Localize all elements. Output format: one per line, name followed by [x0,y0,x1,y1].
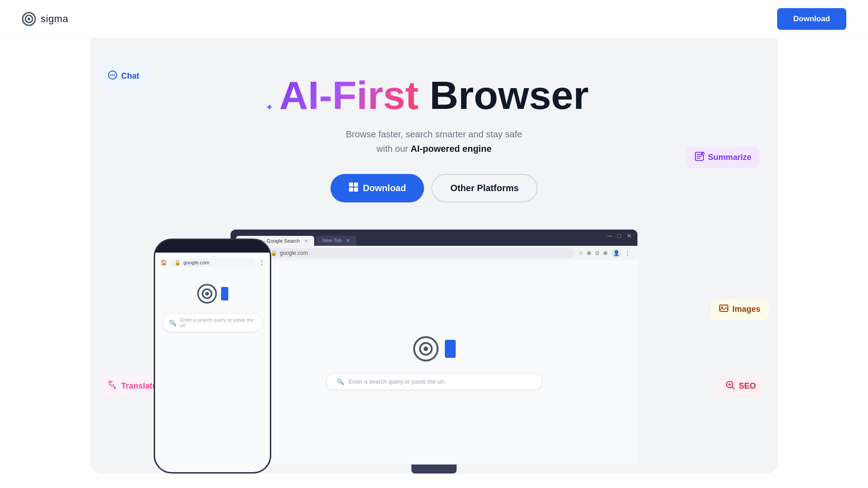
download-primary-button[interactable]: Download [330,174,425,202]
cta-buttons: Download Other Platforms [108,174,760,202]
hero-subtitle-bold: AI-powered engine [410,144,491,154]
phone-search-placeholder: Enter a search query or paste the url [180,317,256,328]
svg-point-2 [28,18,30,20]
phone-mockup: 🏠 🔒 google.com ⋮ 🔍 [154,239,271,474]
header: sigma Download [0,0,868,38]
windows-icon [349,182,359,194]
desktop-logo-blue-rect [445,340,456,358]
badge-summarize: ✦ Summarize [686,147,760,168]
hero-title-dark: Browser [429,73,589,117]
svg-point-14 [110,75,112,76]
phone-notch [190,240,235,253]
svg-point-25 [424,347,428,351]
phone-content: 🔍 Enter a search query or paste the url [155,272,270,472]
svg-text:✦: ✦ [702,153,704,155]
desktop-mockup: G google - Google Search ✕ New Tab ✕ ─ □… [231,230,637,465]
summarize-icon: ✦ [694,151,704,164]
svg-point-15 [112,75,113,76]
browser-tab-new[interactable]: New Tab ✕ [316,235,356,246]
hero-title: AI-First ✦ Browser ✦ [279,75,589,116]
desktop-browser-content: 🔍 Enter a search query or paste the url [231,260,637,465]
sigma-logo-icon [22,12,36,26]
desktop-search-placeholder: Enter a search query or paste the url [349,378,444,385]
svg-rect-5 [349,188,353,192]
desktop-address-bar: ←→↻ 🔒 google.com ☆⊕⊙⊗ 👤 ⋮ [231,246,637,260]
sparkle-top-icon: ✦ [589,70,598,81]
svg-rect-3 [349,183,353,187]
svg-point-22 [205,292,209,296]
phone-search-bar: 🔍 Enter a search query or paste the url [162,313,263,332]
phone-logo-blue-rect [221,287,228,300]
devices-container: 🏠 🔒 google.com ⋮ 🔍 [108,230,760,474]
main-content: AI-First ✦ Browser ✦ Browse faster, sear… [90,38,778,474]
desktop-logo [412,335,456,362]
phone-address: google.com [184,260,209,265]
toolbar-icons: ─ □ ✕ [608,232,632,239]
phone-top-bar: 🏠 🔒 google.com ⋮ [155,253,270,272]
hero-subtitle: Browse faster, search smarter and stay s… [108,127,760,156]
hero-title-colored: AI-First ✦ [279,73,429,117]
svg-rect-6 [354,188,358,192]
desktop-address-text: google.com [280,250,308,256]
phone-logo [197,283,228,304]
chat-icon [108,70,118,82]
logo-area: sigma [22,12,68,26]
other-platforms-button[interactable]: Other Platforms [431,174,538,202]
sparkle-left-icon: ✦ [266,103,273,112]
svg-rect-4 [354,183,358,187]
svg-point-16 [114,75,115,76]
badge-chat: Chat [99,66,147,87]
header-download-button[interactable]: Download [777,8,846,30]
hero-section: AI-First ✦ Browser ✦ Browse faster, sear… [108,66,760,202]
logo-text: sigma [41,13,68,25]
desktop-search-bar: 🔍 Enter a search query or paste the url [326,373,542,390]
desktop-stand [411,465,457,474]
